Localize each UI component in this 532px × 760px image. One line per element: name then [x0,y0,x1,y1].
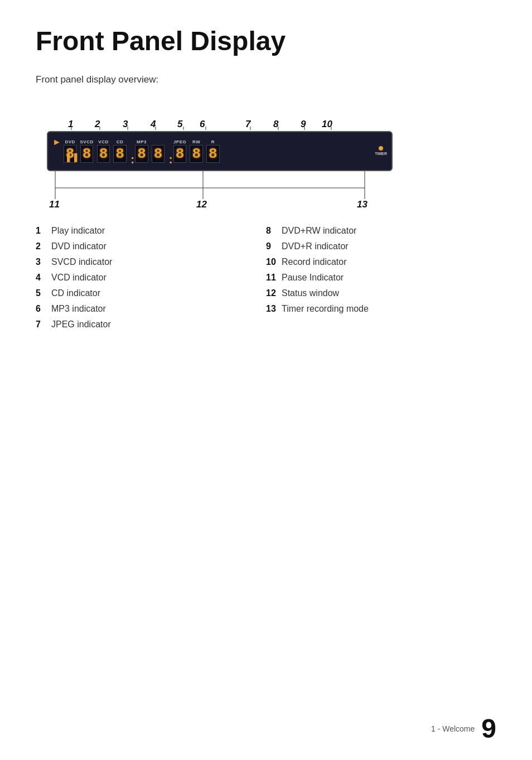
item-num-3: 3 [36,257,51,267]
item-text-12: Status window [282,288,339,298]
item-num-4: 4 [36,273,51,283]
diagram-wrapper: 1 2 3 4 5 6 7 8 9 10 [47,112,496,199]
item-num-9: 9 [266,241,282,251]
item-text-13: Timer recording mode [282,304,369,314]
footer-page-number: 9 [481,715,496,742]
item-text-9: DVD+R indicator [282,241,349,251]
item-num-10: 10 [266,257,282,267]
item-num-1: 1 [36,226,51,236]
item-7: 7 JPEG indicator [36,320,266,330]
connector-svg [47,171,393,199]
item-6: 6 MP3 indicator [36,304,266,314]
timer-indicator: TIMER [375,146,387,156]
item-num-2: 2 [36,241,51,251]
item-num-6: 6 [36,304,51,314]
item-2: 2 DVD indicator [36,241,266,251]
item-text-8: DVD+RW indicator [282,226,356,236]
item-10: 10 Record indicator [266,257,496,267]
digit-vcd: VCD 8 [97,139,110,163]
display-panel: ► DVD 8 SVCD 8 VCD 8 [47,131,393,171]
page-title: Front Panel Display [36,27,496,56]
item-num-5: 5 [36,288,51,298]
subtitle: Front panel display overview: [36,74,496,85]
item-3: 3 SVCD indicator [36,257,266,267]
items-section: 1 Play indicator 2 DVD indicator 3 SVCD … [36,226,496,335]
item-4: 4 VCD indicator [36,273,266,283]
item-5: 5 CD indicator [36,288,266,298]
bottom-num-13: 13 [357,199,367,210]
item-text-5: CD indicator [51,288,100,298]
item-13: 13 Timer recording mode [266,304,496,314]
footer-section: 1 - Welcome [431,724,475,733]
pause-indicator: ❚❚ [65,152,79,166]
items-right-column: 8 DVD+RW indicator 9 DVD+R indicator 10 … [266,226,496,335]
item-1: 1 Play indicator [36,226,266,236]
top-tick-svg [47,112,393,130]
display-inner: ► DVD 8 SVCD 8 VCD 8 [52,134,387,168]
connector-row [47,171,393,199]
item-text-11: Pause Indicator [282,273,344,283]
digit-mp3: MP3 8 [135,139,148,163]
item-11: 11 Pause Indicator [266,273,496,283]
bottom-num-11: 11 [49,199,60,210]
digit-6: 8 [152,139,165,163]
digit-r: R 8 [206,139,220,163]
item-9: 9 DVD+R indicator [266,241,496,251]
colon-2: : [168,152,173,167]
record-dot [379,146,383,151]
bottom-num-12: 12 [196,199,207,210]
item-num-11: 11 [266,273,282,283]
digit-cd: CD 8 [113,139,127,163]
digit-svcd: SVCD 8 [80,139,93,163]
item-num-7: 7 [36,320,51,330]
item-text-1: Play indicator [51,226,105,236]
item-num-8: 8 [266,226,282,236]
item-text-2: DVD indicator [51,241,107,251]
item-text-3: SVCD indicator [51,257,112,267]
digit-jpeg: JPEG 8 [173,139,187,163]
colon-1: : [130,152,135,167]
timer-label: TIMER [375,152,387,156]
item-num-12: 12 [266,288,282,298]
item-text-6: MP3 indicator [51,304,106,314]
page-footer: 1 - Welcome 9 [431,715,496,742]
play-indicator: ► [52,134,61,147]
item-text-7: JPEG indicator [51,320,111,330]
item-text-10: Record indicator [282,257,347,267]
digit-rw: RW 8 [190,139,203,163]
top-number-row: 1 2 3 4 5 6 7 8 9 10 [47,112,393,130]
item-8: 8 DVD+RW indicator [266,226,496,236]
item-12: 12 Status window [266,288,496,298]
items-left-column: 1 Play indicator 2 DVD indicator 3 SVCD … [36,226,266,335]
item-num-13: 13 [266,304,282,314]
item-text-4: VCD indicator [51,273,107,283]
